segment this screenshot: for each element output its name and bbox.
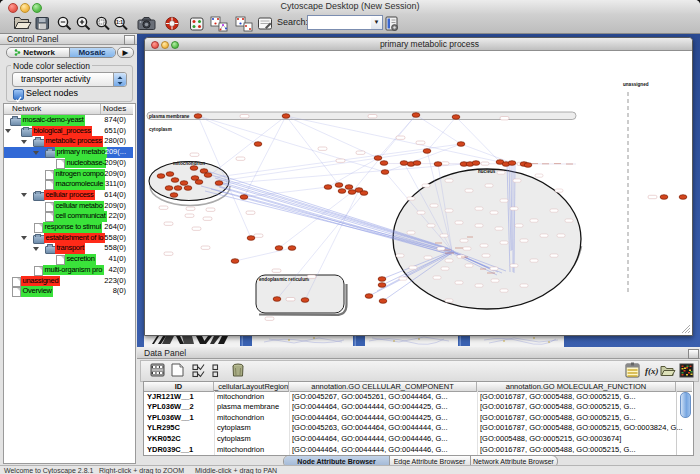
svg-text:cytoplasm: cytoplasm	[149, 127, 172, 132]
svg-text:nucleus: nucleus	[478, 169, 496, 174]
svg-text:plasma membrane: plasma membrane	[149, 114, 190, 119]
svg-text:1:1: 1:1	[116, 19, 123, 25]
svg-text:mitochondrion: mitochondrion	[173, 161, 205, 166]
svg-text:f(x): f(x)	[645, 366, 659, 376]
svg-text:unassigned: unassigned	[623, 82, 649, 87]
svg-text:endoplasmic reticulum: endoplasmic reticulum	[259, 277, 309, 282]
